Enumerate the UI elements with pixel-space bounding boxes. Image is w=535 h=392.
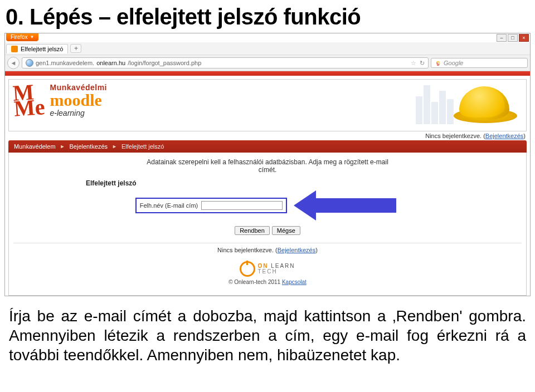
email-field-label: Felh.név (E-mail cím)	[140, 202, 198, 209]
login-link-top[interactable]: Bejelentkezés	[485, 133, 524, 139]
buildings-graphic	[416, 85, 454, 124]
chevron-down-icon: ▼	[30, 35, 35, 40]
breadcrumb-sep-icon: ►	[112, 144, 117, 149]
login-status-bottom: Nincs bejelentkezve.	[217, 247, 274, 253]
google-icon: g	[435, 60, 441, 66]
site-banner: MMe Munkavédelmi moodle e-learning	[8, 79, 527, 131]
address-bar[interactable]: gen1.munkavedelem.onlearn.hu/login/forgo…	[22, 57, 429, 68]
footer-copy: © Onlearn-tech 2011	[228, 279, 280, 285]
mme-logo: MMe	[12, 84, 45, 117]
breadcrumb-current: Elfelejtett jelszó	[121, 143, 164, 150]
brand-line3: e-learning	[50, 109, 107, 117]
cancel-button[interactable]: Mégse	[272, 226, 300, 235]
breadcrumb-sep-icon: ►	[60, 144, 65, 149]
onlearn-logo: ON LEARN TECH	[13, 261, 522, 277]
tab-title: Elfelejtett jelszó	[21, 46, 63, 52]
browser-tab[interactable]: Elfelejtett jelszó	[6, 44, 68, 53]
email-field-highlight: Felh.név (E-mail cím)	[135, 198, 288, 213]
new-tab-button[interactable]: +	[70, 44, 81, 53]
url-host: onlearn.hu	[96, 60, 125, 66]
bookmark-star-icon[interactable]: ☆	[411, 60, 416, 67]
window-maximize-button[interactable]: □	[508, 34, 518, 42]
search-placeholder: Google	[444, 60, 463, 66]
instruction-paragraph: Írja be az e-mail címét a dobozba, majd …	[0, 296, 535, 370]
window-minimize-button[interactable]: –	[497, 34, 507, 42]
url-prefix: gen1.munkavedelem.	[36, 60, 94, 66]
firefox-menu-label: Firefox	[11, 34, 28, 40]
firefox-menu-button[interactable]: Firefox ▼	[6, 33, 38, 41]
breadcrumb-item[interactable]: Munkavédelem	[14, 143, 56, 150]
intro-text: Adatainak szerepelni kell a felhasználói…	[139, 158, 396, 174]
email-field[interactable]	[201, 201, 283, 210]
ok-button[interactable]: Rendben	[235, 226, 270, 235]
fieldset-legend: Elfelejtett jelszó	[86, 179, 522, 187]
helmet-graphic	[454, 82, 521, 126]
slide-title: 0. Lépés – elfelejtett jelszó funkció	[0, 0, 535, 33]
reload-icon[interactable]: ↻	[420, 60, 425, 67]
footer-contact-link[interactable]: Kapcsolat	[282, 279, 307, 285]
login-status: Nincs bejelentkezve.	[425, 133, 481, 139]
annotation-arrow	[294, 190, 400, 220]
nav-back-button[interactable]: ◄	[7, 57, 20, 69]
browser-search-box[interactable]: g Google	[431, 58, 528, 68]
globe-icon	[26, 59, 33, 67]
brand-line2: moodle	[50, 92, 107, 109]
header-red-stripe	[5, 71, 530, 76]
breadcrumb: Munkavédelem ► Bejelentkezés ► Elfelejte…	[8, 140, 527, 153]
breadcrumb-item[interactable]: Bejelentkezés	[70, 143, 108, 150]
screenshot: Firefox ▼ – □ × Elfelejtett jelszó + ◄ g…	[4, 33, 531, 296]
window-close-button[interactable]: ×	[519, 34, 529, 42]
login-link-bottom[interactable]: Bejelentkezés	[278, 247, 316, 253]
url-path: /login/forgot_password.php	[128, 60, 201, 66]
favicon-icon	[11, 46, 18, 52]
